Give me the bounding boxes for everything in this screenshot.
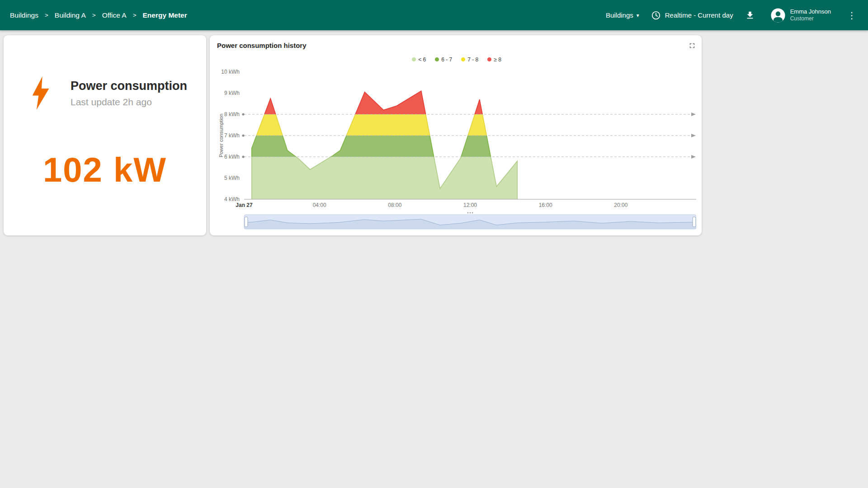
fullscreen-button[interactable] <box>688 42 696 50</box>
user-role: Customer <box>790 15 831 22</box>
legend-dot <box>412 57 416 61</box>
breadcrumb-separator: > <box>45 12 48 19</box>
svg-text:16:00: 16:00 <box>539 202 552 208</box>
power-value: 102 kW <box>4 153 206 187</box>
more-menu-button[interactable]: ⋮ <box>845 10 858 21</box>
svg-text:12:00: 12:00 <box>463 202 477 208</box>
download-button[interactable] <box>745 10 755 20</box>
power-card-subtitle: Last update 2h ago <box>71 97 187 108</box>
power-history-chart[interactable]: 10 kWh9 kWh8 kWh7 kWh6 kWh5 kWh4 kWhJan … <box>217 66 696 208</box>
user-menu[interactable]: Emma Johnson Customer <box>770 8 831 23</box>
top-navbar: Buildings > Building A > Office A > Ener… <box>0 0 868 30</box>
legend-item-3[interactable]: ≥ 8 <box>487 56 501 63</box>
legend-dot <box>435 57 439 61</box>
svg-text:5 kWh: 5 kWh <box>224 175 240 181</box>
power-history-card: Power consumption history < 66 - 77 - 8≥… <box>210 35 702 235</box>
bolt-icon <box>31 76 51 110</box>
breadcrumb-item-energy-meter: Energy Meter <box>143 11 187 19</box>
chart-range-selector[interactable] <box>217 211 696 231</box>
breadcrumb-separator: > <box>133 12 137 19</box>
svg-text:9 kWh: 9 kWh <box>224 90 240 96</box>
legend-label: < 6 <box>418 56 426 63</box>
svg-text:6 kWh: 6 kWh <box>224 154 240 160</box>
entity-dropdown[interactable]: Buildings ▾ <box>606 11 639 19</box>
legend-label: ≥ 8 <box>494 56 501 63</box>
avatar <box>770 8 786 23</box>
legend-dot <box>461 57 465 61</box>
legend-dot <box>487 57 491 61</box>
svg-text:20:00: 20:00 <box>614 202 627 208</box>
svg-text:10 kWh: 10 kWh <box>221 69 240 75</box>
legend-item-1[interactable]: 6 - 7 <box>435 56 452 63</box>
svg-text:7 kWh: 7 kWh <box>224 132 240 139</box>
legend-label: 6 - 7 <box>441 56 452 63</box>
legend-label: 7 - 8 <box>467 56 478 63</box>
power-consumption-card: Power consumption Last update 2h ago 102… <box>4 35 206 235</box>
svg-text:Jan 27: Jan 27 <box>236 202 253 208</box>
fullscreen-icon <box>688 42 696 50</box>
legend-item-0[interactable]: < 6 <box>412 56 426 63</box>
entity-dropdown-label: Buildings <box>606 11 633 19</box>
legend-item-2[interactable]: 7 - 8 <box>461 56 478 63</box>
timewindow-button[interactable]: Realtime - Current day <box>651 10 733 20</box>
kebab-menu-icon: ⋮ <box>847 10 856 20</box>
clock-icon <box>651 10 661 20</box>
svg-text:4 kWh: 4 kWh <box>224 196 240 202</box>
breadcrumb-item-office-a[interactable]: Office A <box>102 11 127 19</box>
user-name: Emma Johnson <box>790 8 831 15</box>
svg-text:08:00: 08:00 <box>388 202 401 208</box>
breadcrumb-separator: > <box>92 12 96 19</box>
power-card-title: Power consumption <box>71 79 187 94</box>
chart-title: Power consumption history <box>217 42 307 49</box>
download-icon <box>745 10 755 20</box>
svg-text:8 kWh: 8 kWh <box>224 111 240 117</box>
svg-text:04:00: 04:00 <box>313 202 326 208</box>
svg-text:Power consumption: Power consumption <box>218 114 224 158</box>
timewindow-label: Realtime - Current day <box>665 11 733 19</box>
breadcrumb: Buildings > Building A > Office A > Ener… <box>10 11 187 19</box>
chart-legend: < 66 - 77 - 8≥ 8 <box>217 54 696 66</box>
chevron-down-icon: ▾ <box>637 12 639 19</box>
dashboard: Power consumption Last update 2h ago 102… <box>0 30 868 240</box>
breadcrumb-item-buildings[interactable]: Buildings <box>10 11 38 19</box>
breadcrumb-item-building-a[interactable]: Building A <box>55 11 86 19</box>
